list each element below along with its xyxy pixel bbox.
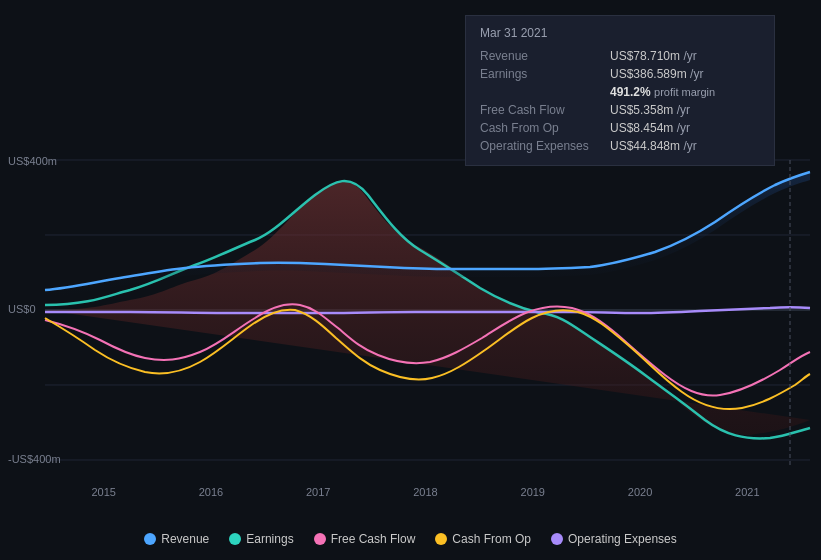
y-axis-top: US$400m (8, 155, 57, 167)
table-row: Operating Expenses US$44.848m /yr (480, 137, 760, 155)
row-label-revenue: Revenue (480, 47, 610, 65)
legend-item-revenue[interactable]: Revenue (144, 532, 209, 546)
table-row: 491.2% profit margin (480, 83, 760, 101)
legend-item-opexp[interactable]: Operating Expenses (551, 532, 677, 546)
row-value-revenue: US$78.710m /yr (610, 47, 760, 65)
x-label-2016: 2016 (199, 486, 223, 498)
x-label-2015: 2015 (91, 486, 115, 498)
legend-dot-revenue (144, 533, 156, 545)
table-row: Free Cash Flow US$5.358m /yr (480, 101, 760, 119)
legend-label-opexp: Operating Expenses (568, 532, 677, 546)
row-value-fcf: US$5.358m /yr (610, 101, 760, 119)
y-axis-bot: -US$400m (8, 453, 61, 465)
legend-label-revenue: Revenue (161, 532, 209, 546)
legend-label-freecash: Free Cash Flow (331, 532, 416, 546)
y-axis-mid: US$0 (8, 303, 36, 315)
x-label-2019: 2019 (521, 486, 545, 498)
legend-item-earnings[interactable]: Earnings (229, 532, 293, 546)
tooltip-table: Revenue US$78.710m /yr Earnings US$386.5… (480, 47, 760, 155)
legend-dot-freecash (314, 533, 326, 545)
row-value-opexp: US$44.848m /yr (610, 137, 760, 155)
table-row: Cash From Op US$8.454m /yr (480, 119, 760, 137)
legend-label-earnings: Earnings (246, 532, 293, 546)
row-label-opexp: Operating Expenses (480, 137, 610, 155)
legend-label-cashop: Cash From Op (452, 532, 531, 546)
legend-item-cashop[interactable]: Cash From Op (435, 532, 531, 546)
x-axis: 2015 2016 2017 2018 2019 2020 2021 (0, 486, 821, 498)
row-value-cashop: US$8.454m /yr (610, 119, 760, 137)
legend-dot-cashop (435, 533, 447, 545)
legend-dot-opexp (551, 533, 563, 545)
x-label-2021: 2021 (735, 486, 759, 498)
table-row: Earnings US$386.589m /yr (480, 65, 760, 83)
row-label-earnings: Earnings (480, 65, 610, 83)
tooltip-title: Mar 31 2021 (480, 26, 760, 40)
row-label-cashop: Cash From Op (480, 119, 610, 137)
data-tooltip: Mar 31 2021 Revenue US$78.710m /yr Earni… (465, 15, 775, 166)
x-label-2018: 2018 (413, 486, 437, 498)
x-label-2017: 2017 (306, 486, 330, 498)
x-label-2020: 2020 (628, 486, 652, 498)
row-value-earnings: US$386.589m /yr (610, 65, 760, 83)
row-value-margin: 491.2% profit margin (610, 83, 760, 101)
chart-container: US$400m US$0 -US$400m 2015 2016 2017 201… (0, 0, 821, 560)
legend-dot-earnings (229, 533, 241, 545)
legend-item-freecash[interactable]: Free Cash Flow (314, 532, 416, 546)
chart-legend: Revenue Earnings Free Cash Flow Cash Fro… (0, 532, 821, 546)
row-label-fcf: Free Cash Flow (480, 101, 610, 119)
row-label-margin (480, 83, 610, 101)
table-row: Revenue US$78.710m /yr (480, 47, 760, 65)
